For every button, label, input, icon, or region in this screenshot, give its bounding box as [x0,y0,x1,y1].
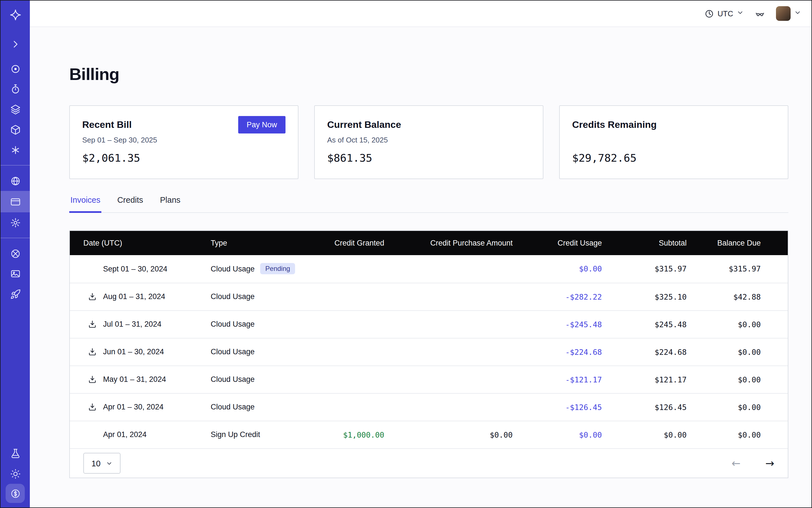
card-title: Recent Bill [82,119,132,130]
sidebar-item-gallery[interactable] [4,263,26,284]
view-mode-button[interactable] [755,9,765,18]
clock-icon [705,9,714,18]
rocket-icon [10,289,20,299]
download-icon [88,375,97,384]
subtotal-value: $315.97 [602,255,687,283]
credit-usage-value: -$224.68 [513,338,602,366]
sidebar-expand-button[interactable] [4,34,26,54]
balance-due-value: $0.00 [687,310,788,338]
sidebar-item-billing[interactable] [1,191,30,212]
tab-plans[interactable]: Plans [159,189,182,213]
pagination: ← → [731,458,774,469]
invoice-date: Apr 01 – 30, 2024 [103,403,164,411]
credits-remaining-amount: $29,782.65 [572,152,775,164]
credits-quick-button[interactable] [6,484,25,503]
download-invoice-button[interactable] [87,401,98,413]
goggles-icon [755,9,765,18]
invoices-table: Date (UTC) Type Credit Granted Credit Pu… [70,231,788,448]
layers-icon [10,104,20,115]
table-row: May 01 – 31, 2024 Cloud Usage -$121.17 $… [70,366,788,393]
sidebar-item-compute[interactable] [4,119,26,140]
invoice-type: Sign Up Credit [211,431,260,439]
invoice-type: Cloud Usage [211,292,255,301]
sidebar-item-network[interactable] [4,171,26,191]
recent-bill-card: Recent Bill Pay Now Sep 01 – Sep 30, 202… [69,105,298,179]
sidebar-item-target[interactable] [4,58,26,79]
col-credit-granted: Credit Granted [312,231,384,255]
table-row: Apr 01, 2024 Sign Up Credit $1,000.00 $0… [70,421,788,448]
invoice-date: Jul 01 – 31, 2024 [103,320,161,328]
invoice-date: Sept 01 – 30, 2024 [103,265,167,273]
credit-card-icon [10,196,20,207]
sidebar-item-launch[interactable] [4,284,26,304]
subtotal-value: $325.10 [602,283,687,310]
card-subtitle: As of Oct 15, 2025 [327,136,530,145]
logo-icon[interactable] [4,4,26,25]
asterisk-icon [10,144,20,155]
subtotal-value: $121.17 [602,366,687,393]
sidebar-item-support[interactable] [4,243,26,263]
tab-credits[interactable]: Credits [116,189,144,213]
card-subtitle: Sep 01 – Sep 30, 2025 [82,136,286,145]
sidebar-item-labs[interactable] [4,443,26,464]
col-date: Date (UTC) [70,231,211,255]
invoice-type: Cloud Usage [211,403,255,411]
invoice-type: Cloud Usage [211,265,255,273]
download-invoice-button[interactable] [87,346,98,357]
col-credit-purchase-amount: Credit Purchase Amount [384,231,513,255]
table-footer: 10 ← → [70,448,788,477]
gear-icon [10,217,20,228]
credit-granted-value [312,283,384,310]
page-size-value: 10 [91,459,100,468]
sidebar-item-layers[interactable] [4,99,26,119]
sidebar-item-services[interactable] [4,140,26,160]
invoice-date: May 01 – 31, 2024 [103,375,166,384]
globe-icon [10,175,20,186]
tab-invoices[interactable]: Invoices [69,189,101,213]
credit-purchase-value [384,338,513,366]
dollar-circle-icon [10,488,20,499]
sidebar-divider [1,238,30,238]
current-balance-amount: $861.35 [327,152,530,164]
timezone-selector[interactable]: UTC [705,9,744,18]
invoice-date: Aug 01 – 31, 2024 [103,292,165,301]
chevron-right-icon [10,39,20,49]
timezone-label: UTC [718,9,733,18]
credit-granted-value [312,393,384,421]
credit-usage-value: $0.00 [513,255,602,283]
main-area: UTC Billing Recent Bill Pay Now [30,1,811,507]
account-menu[interactable] [776,6,801,21]
download-invoice-button[interactable] [87,291,98,302]
col-balance-due: Balance Due [687,231,788,255]
lifebuoy-icon [10,248,20,259]
credits-remaining-card: Credits Remaining $29,782.65 [559,105,788,179]
download-icon [88,292,97,301]
credit-granted-value [312,338,384,366]
sidebar-item-timer[interactable] [4,79,26,99]
download-invoice-button[interactable] [87,319,98,330]
subtotal-value: $245.48 [602,310,687,338]
credit-purchase-value [384,283,513,310]
next-page-button[interactable]: → [765,458,774,469]
sidebar-item-settings[interactable] [4,212,26,232]
download-invoice-button[interactable] [87,374,98,385]
pay-now-button[interactable]: Pay Now [238,116,286,133]
card-title: Current Balance [327,119,401,130]
page-title: Billing [69,65,788,84]
theme-toggle-button[interactable] [4,464,26,484]
card-title: Credits Remaining [572,119,656,130]
page-size-select[interactable]: 10 [83,453,121,474]
status-badge: Pending [260,263,295,274]
col-credit-usage: Credit Usage [513,231,602,255]
billing-tabs: Invoices Credits Plans [69,189,788,213]
image-icon [10,268,20,279]
credit-usage-value: -$126.45 [513,393,602,421]
col-type: Type [211,231,312,255]
chevron-down-icon [105,460,112,467]
invoice-type: Cloud Usage [211,347,255,356]
credit-granted-value [312,366,384,393]
prev-page-button[interactable]: ← [731,458,740,469]
topbar: UTC [30,1,811,27]
cube-icon [10,124,20,135]
invoice-type: Cloud Usage [211,375,255,384]
